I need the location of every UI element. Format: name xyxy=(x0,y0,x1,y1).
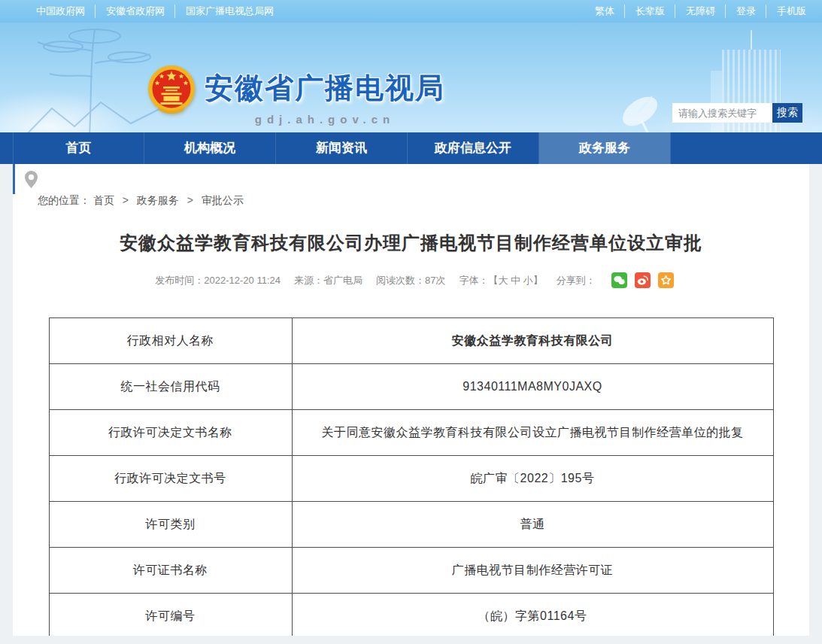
link-china-gov[interactable]: 中国政府网 xyxy=(36,5,85,18)
table-row: 行政许可决定文书号 皖广审〔2022〕195号 xyxy=(49,456,773,502)
national-emblem-logo xyxy=(147,65,196,117)
row-label: 行政许可决定文书名称 xyxy=(49,410,292,456)
satellite-dish-art xyxy=(616,92,672,132)
breadcrumb-approval-publicity[interactable]: 审批公示 xyxy=(202,194,244,206)
topbar-left-links: 中国政府网 安徽省政府网 国家广播电视总局网 xyxy=(36,5,274,18)
link-anhui-gov[interactable]: 安徽省政府网 xyxy=(95,5,165,18)
row-label: 统一社会信用代码 xyxy=(49,364,292,410)
row-value: 广播电视节目制作经营许可证 xyxy=(292,548,773,594)
font-size-control: 字体：【大 中 小】 xyxy=(459,274,542,287)
search-input[interactable] xyxy=(672,103,772,123)
breadcrumb: 您的位置： 首页 > 政务服务 > 审批公示 xyxy=(13,164,809,208)
row-label: 行政许可决定文书号 xyxy=(49,456,292,502)
article-title: 安徽众益学教育科技有限公司办理广播电视节目制作经营单位设立审批 xyxy=(58,231,764,255)
link-login[interactable]: 登录 xyxy=(725,5,756,18)
row-value: 普通 xyxy=(292,502,773,548)
row-value: 91340111MA8MY0JAXQ xyxy=(292,364,773,410)
table-row: 行政许可决定文书名称 关于同意安徽众益学教育科技有限公司设立广播电视节目制作经营… xyxy=(49,410,773,456)
site-title: 安徽省广播电视局 xyxy=(205,69,445,108)
share-icons xyxy=(604,272,674,288)
view-count: 阅读次数：87次 xyxy=(376,274,445,287)
weibo-share-icon[interactable] xyxy=(635,272,651,288)
row-label: 行政相对人名称 xyxy=(49,318,292,364)
link-elder-version[interactable]: 长辈版 xyxy=(624,5,665,18)
topbar-right-links: 繁体 长辈版 无障碍 登录 手机版 xyxy=(595,5,806,18)
nav-item-gov-info[interactable]: 政府信息公开 xyxy=(408,132,539,164)
breadcrumb-home[interactable]: 首页 xyxy=(93,194,114,206)
source: 来源：省广电局 xyxy=(294,274,362,287)
row-value: 皖广审〔2022〕195号 xyxy=(292,456,773,502)
site-url: gdj.ah.gov.cn xyxy=(205,113,445,126)
nav-item-overview[interactable]: 机构概况 xyxy=(144,132,276,164)
table-row: 许可类别 普通 xyxy=(49,502,773,548)
row-value: 关于同意安徽众益学教育科技有限公司设立广播电视节目制作经营单位的批复 xyxy=(292,410,773,456)
content-card: 您的位置： 首页 > 政务服务 > 审批公示 安徽众益学教育科技有限公司办理广播… xyxy=(13,164,809,636)
star-share-icon[interactable] xyxy=(658,272,674,288)
search-box: 搜索 xyxy=(672,103,802,123)
share-label: 分享到： xyxy=(557,274,596,287)
row-value: （皖）字第01164号 xyxy=(292,594,773,636)
row-label: 许可编号 xyxy=(49,594,292,636)
table-row: 许可编号 （皖）字第01164号 xyxy=(49,594,773,636)
header-banner: 安徽省广播电视局 gdj.ah.gov.cn 搜索 xyxy=(0,23,822,132)
table-row: 统一社会信用代码 91340111MA8MY0JAXQ xyxy=(49,364,773,410)
row-label: 许可类别 xyxy=(49,502,292,548)
site-identity: 安徽省广播电视局 gdj.ah.gov.cn xyxy=(205,69,445,126)
search-button[interactable]: 搜索 xyxy=(772,103,802,123)
font-size-label: 字体： xyxy=(459,275,488,286)
nav-item-news[interactable]: 新闻资讯 xyxy=(276,132,408,164)
top-utility-bar: 中国政府网 安徽省政府网 国家广播电视总局网 繁体 长辈版 无障碍 登录 手机版 xyxy=(0,0,822,23)
main-nav: 首页 机构概况 新闻资讯 政府信息公开 政务服务 xyxy=(0,132,822,164)
link-accessibility[interactable]: 无障碍 xyxy=(675,5,715,18)
article-meta: 发布时间：2022-12-20 11:24 来源：省广电局 阅读次数：87次 字… xyxy=(13,272,809,288)
breadcrumb-separator: > xyxy=(187,194,193,206)
table-row: 许可证书名称 广播电视节目制作经营许可证 xyxy=(49,548,773,594)
left-accent-bar xyxy=(13,164,15,194)
publish-time: 发布时间：2022-12-20 11:24 xyxy=(155,274,281,287)
location-pin-icon xyxy=(24,170,38,189)
font-size-options[interactable]: 【大 中 小】 xyxy=(488,275,542,286)
approval-info-table: 行政相对人名称 安徽众益学教育科技有限公司 统一社会信用代码 91340111M… xyxy=(49,317,774,636)
row-value: 安徽众益学教育科技有限公司 xyxy=(292,318,773,364)
breadcrumb-prefix: 您的位置： xyxy=(38,194,90,206)
row-label: 许可证书名称 xyxy=(49,548,292,594)
link-mobile-version[interactable]: 手机版 xyxy=(766,5,806,18)
breadcrumb-separator: > xyxy=(123,194,129,206)
link-traditional-chinese[interactable]: 繁体 xyxy=(595,5,614,18)
nav-item-services[interactable]: 政务服务 xyxy=(539,132,671,164)
table-row: 行政相对人名称 安徽众益学教育科技有限公司 xyxy=(49,318,773,364)
nav-item-home[interactable]: 首页 xyxy=(13,132,144,164)
breadcrumb-services[interactable]: 政务服务 xyxy=(137,194,179,206)
link-nrta[interactable]: 国家广播电视总局网 xyxy=(174,5,274,18)
wechat-share-icon[interactable] xyxy=(611,272,627,288)
